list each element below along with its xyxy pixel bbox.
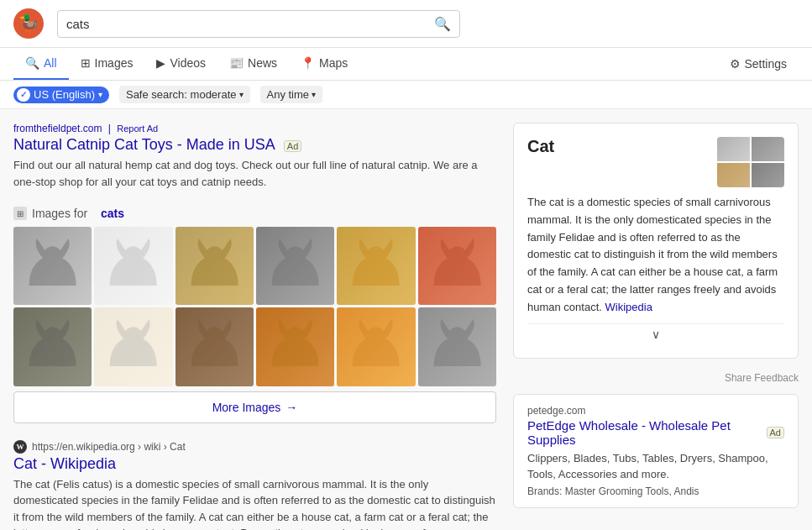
ad-source: fromthefieldpet.com | Report Ad [13, 123, 496, 134]
ad-result: fromthefieldpet.com | Report Ad Natural … [13, 123, 496, 190]
knowledge-expand-button[interactable]: ∨ [527, 323, 784, 344]
ad-badge: Ad [284, 140, 301, 152]
search-input[interactable]: cats [66, 17, 434, 31]
main-layout: fromthefieldpet.com | Report Ad Natural … [0, 109, 812, 530]
wikipedia-result: W https://en.wikipedia.org › wiki › Cat … [13, 440, 496, 530]
toggle-dot: ✓ [17, 88, 30, 102]
sidebar-ad-description: Clippers, Blades, Tubs, Tables, Dryers, … [527, 450, 784, 483]
expand-icon: ∨ [652, 328, 660, 341]
cat-image-9[interactable] [175, 307, 254, 386]
sidebar-column: Cat The cat is a domestic species of sma… [513, 123, 799, 530]
cat-image-10[interactable] [256, 307, 334, 386]
region-chevron-icon: ▾ [98, 90, 102, 99]
cat-image-11[interactable] [337, 307, 415, 386]
results-column: fromthefieldpet.com | Report Ad Natural … [13, 123, 496, 530]
sidebar-ad-extra: Brands: Master Grooming Tools, Andis [527, 485, 784, 497]
tab-images-label: Images [95, 56, 134, 70]
knowledge-card: Cat The cat is a domestic species of sma… [513, 123, 799, 359]
tab-videos-label: Videos [170, 56, 206, 70]
settings-tab[interactable]: ⚙ Settings [718, 49, 799, 79]
images-section: ⊞ Images for cats [13, 207, 496, 423]
search-bar[interactable]: cats 🔍 [57, 10, 460, 38]
wikipedia-title-link[interactable]: Cat - Wikipedia [13, 455, 496, 473]
ad-separator: | [108, 123, 111, 134]
cat-image-3[interactable] [175, 227, 254, 305]
knowledge-card-images[interactable] [717, 137, 784, 187]
knowledge-image-1 [717, 137, 750, 161]
image-grid-row1 [13, 227, 496, 305]
all-icon: 🔍 [25, 56, 39, 70]
settings-gear-icon: ⚙ [730, 57, 741, 71]
report-ad-link[interactable]: Report Ad [117, 123, 158, 134]
cat-image-7[interactable] [13, 307, 92, 386]
images-header-keyword: cats [101, 207, 124, 220]
images-header-prefix: Images for [32, 207, 87, 220]
knowledge-image-2 [752, 137, 784, 161]
knowledge-image-3 [717, 163, 750, 187]
settings-label: Settings [744, 57, 787, 71]
search-icon[interactable]: 🔍 [434, 16, 451, 32]
sidebar-ad-result: petedge.com PetEdge Wholesale - Wholesal… [513, 394, 799, 508]
images-section-header: ⊞ Images for cats [13, 207, 496, 220]
filter-bar: ✓ US (English) ▾ Safe search: moderate ▾… [0, 81, 812, 109]
more-images-button[interactable]: More Images → [13, 391, 496, 423]
nav-tabs: 🔍 All ⊞ Images ▶ Videos 📰 News 📍 Maps ⚙ … [0, 48, 812, 81]
cat-image-4[interactable] [256, 227, 334, 305]
wiki-source-line: W https://en.wikipedia.org › wiki › Cat [13, 440, 496, 454]
ad-title-link[interactable]: Natural Catnip Cat Toys - Made in USA Ad [13, 136, 496, 154]
cat-image-1[interactable] [13, 227, 92, 305]
knowledge-card-title: Cat [527, 137, 554, 156]
knowledge-card-header: Cat [527, 137, 784, 187]
more-images-label: More Images [212, 401, 281, 414]
header: 🦆 cats 🔍 [0, 0, 812, 48]
time-chevron-icon: ▾ [312, 90, 316, 99]
wiki-url: https://en.wikipedia.org › wiki › Cat [32, 441, 186, 453]
region-label: US (English) [34, 88, 95, 101]
wikipedia-description: The cat (Felis catus) is a domestic spec… [13, 476, 496, 530]
ad-source-domain: fromthefieldpet.com [13, 123, 102, 134]
duckduckgo-logo[interactable]: 🦆 [13, 8, 44, 39]
cat-image-2[interactable] [94, 227, 172, 305]
maps-icon: 📍 [301, 56, 315, 70]
tab-all[interactable]: 🔍 All [13, 48, 69, 80]
share-feedback-link[interactable]: Share Feedback [513, 372, 799, 384]
knowledge-image-4 [752, 163, 784, 187]
tab-images[interactable]: ⊞ Images [69, 48, 145, 80]
tab-maps-label: Maps [319, 56, 348, 70]
tab-maps[interactable]: 📍 Maps [289, 48, 359, 80]
more-images-arrow-icon: → [286, 401, 297, 414]
sidebar-ad-title-text: PetEdge Wholesale - Wholesale Pet Suppli… [527, 418, 757, 447]
images-grid-icon: ⊞ [13, 207, 27, 220]
knowledge-card-description: The cat is a domestic species of small c… [527, 194, 784, 317]
videos-icon: ▶ [156, 56, 165, 70]
sidebar-ad-title[interactable]: PetEdge Wholesale - Wholesale Pet Suppli… [527, 418, 784, 447]
tab-news[interactable]: 📰 News [217, 48, 289, 80]
safe-search-label: Safe search: moderate [126, 88, 237, 101]
sidebar-ad-source: petedge.com [527, 405, 784, 417]
logo-duck-icon: 🦆 [18, 13, 39, 34]
image-grid-row2 [13, 307, 496, 386]
time-label: Any time [267, 88, 310, 101]
safe-search-chevron-icon: ▾ [239, 90, 244, 99]
wikipedia-icon: W [13, 440, 27, 454]
sidebar-ad-badge: Ad [767, 427, 784, 438]
tab-news-label: News [248, 56, 277, 70]
tab-all-label: All [44, 56, 57, 70]
images-icon: ⊞ [81, 56, 91, 70]
ad-description: Find out our all natural hemp cat and do… [13, 157, 496, 190]
cat-image-12[interactable] [418, 307, 496, 386]
cat-image-5[interactable] [337, 227, 415, 305]
safe-search-dropdown[interactable]: Safe search: moderate ▾ [119, 86, 250, 103]
time-dropdown[interactable]: Any time ▾ [260, 86, 323, 103]
region-toggle[interactable]: ✓ US (English) ▾ [13, 87, 109, 103]
news-icon: 📰 [229, 56, 244, 70]
tab-videos[interactable]: ▶ Videos [144, 48, 217, 80]
ad-title-text: Natural Catnip Cat Toys - Made in USA [13, 136, 275, 153]
cat-image-6[interactable] [418, 227, 496, 305]
cat-image-8[interactable] [94, 307, 172, 386]
knowledge-wikipedia-link[interactable]: Wikipedia [605, 301, 652, 313]
